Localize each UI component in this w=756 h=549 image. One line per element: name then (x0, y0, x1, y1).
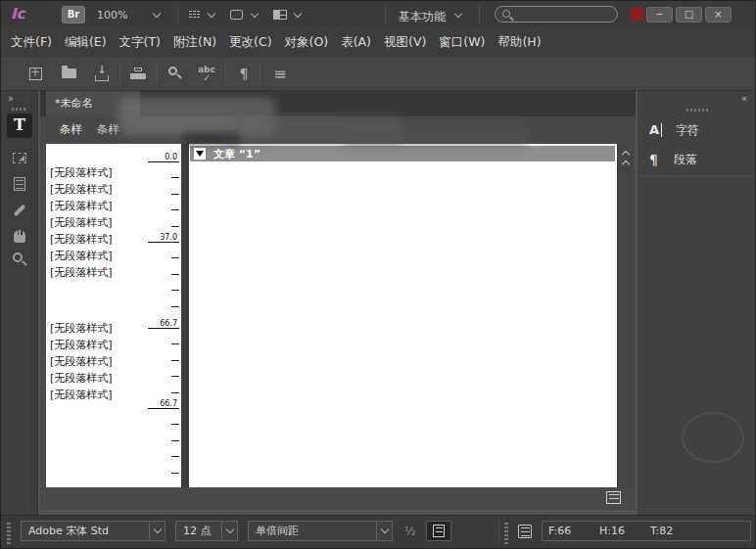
menu-item-8[interactable]: 窗口(W) (439, 34, 485, 51)
paragraph-panel-label: 段落 (674, 152, 697, 168)
paragraph-style-row: [无段落样式] (50, 215, 113, 230)
screen-mode-chevron-icon[interactable] (251, 10, 259, 18)
screen-mode-icon[interactable] (230, 10, 243, 20)
scroll-up-icon[interactable] (622, 151, 630, 159)
divider (385, 5, 386, 24)
zoom-icon (12, 252, 27, 267)
print-icon (130, 68, 146, 80)
search-input[interactable] (495, 6, 618, 23)
view-tab-bar: 条样 条样 (40, 116, 636, 142)
type-tool[interactable]: T (7, 114, 32, 138)
incopy-logo-icon: Ic (11, 5, 24, 23)
save-button[interactable]: ↓ (89, 61, 115, 86)
panel-gripper[interactable] (12, 108, 27, 111)
display-performance-chevron-icon[interactable] (208, 10, 215, 18)
menu-item-1[interactable]: 编辑(E) (65, 34, 107, 51)
galley-marks-button-active[interactable] (426, 521, 451, 541)
leading-chevron-icon[interactable] (376, 522, 392, 540)
ruler-major-tick: 66.7 (148, 408, 179, 409)
story-info-icon[interactable] (606, 491, 621, 504)
paragraph-icon: ¶ (649, 152, 658, 167)
ruler-minor-tick (171, 194, 179, 195)
toolbar-menu-button[interactable]: ≡ (267, 61, 293, 86)
divider (638, 175, 756, 176)
menu-item-4[interactable]: 更改(C) (229, 34, 271, 51)
workspace-chevron-icon[interactable] (454, 10, 462, 18)
line-spacing-icon[interactable]: ½ (404, 525, 416, 538)
character-panel-button[interactable]: A 字符 (638, 116, 756, 144)
statusbar-gripper[interactable] (7, 523, 11, 544)
story-collapse-button[interactable] (194, 148, 206, 160)
arrange-documents-icon[interactable] (273, 10, 287, 20)
zoom-dropdown-chevron-icon[interactable] (153, 10, 161, 18)
count-f: F:66 (548, 522, 571, 540)
menu-item-3[interactable]: 附注(N) (173, 34, 216, 51)
ruler-minor-tick (171, 226, 179, 227)
story-stats-button[interactable] (518, 525, 532, 538)
position-tool[interactable] (5, 146, 34, 169)
divider (479, 5, 480, 24)
save-icon: ↓ (94, 67, 110, 81)
zoom-tool[interactable] (5, 248, 34, 271)
menu-item-2[interactable]: 文字(T) (119, 34, 161, 51)
character-count-box: F:66H:16T:82 (542, 521, 751, 541)
eyedropper-tool[interactable] (5, 199, 34, 222)
story-header[interactable]: 文章 “1” (190, 146, 615, 161)
menu-item-9[interactable]: 帮助(H) (497, 34, 541, 51)
ruler-label: 0.0 (165, 153, 177, 161)
font-family-select[interactable]: Adobe 宋体 Std (21, 521, 165, 541)
ruler-minor-tick (171, 306, 179, 307)
dock-gripper[interactable] (686, 109, 710, 112)
expand-panel-icon[interactable]: » (8, 93, 14, 104)
menu-item-7[interactable]: 视图(V) (384, 34, 426, 51)
view-tab-galley-2[interactable]: 条样 (97, 116, 119, 142)
ruler-minor-tick (171, 424, 179, 425)
menu-bar: 文件(F)编辑(E)文字(T)附注(N)更改(C)对象(O)表(A)视图(V)窗… (1, 28, 756, 57)
paragraph-style-row: [无段落样式] (50, 388, 113, 402)
display-performance-button[interactable] (189, 9, 200, 20)
divider (260, 63, 260, 84)
red-indicator (631, 8, 643, 21)
ruler-minor-tick (171, 274, 179, 275)
font-size-chevron-icon[interactable] (221, 522, 237, 540)
view-tab-galley[interactable]: 条样 (60, 116, 82, 142)
vertical-scrollbar[interactable] (617, 144, 634, 487)
ruler-minor-tick (171, 440, 179, 441)
show-hidden-characters-button[interactable]: ¶ (231, 61, 257, 86)
arrange-documents-chevron-icon[interactable] (294, 10, 302, 18)
story-text-area[interactable]: 文章 “1” (189, 144, 617, 487)
close-button[interactable]: × (705, 7, 732, 23)
document-tab[interactable]: *未命名 (46, 91, 140, 116)
ruler-minor-tick (171, 392, 179, 393)
hand-tool[interactable] (5, 224, 34, 248)
paragraph-style-row: [无段落样式] (50, 321, 113, 336)
print-button[interactable] (125, 61, 151, 86)
scroll-up-icon-2[interactable] (622, 160, 630, 168)
font-size-select[interactable]: 12 点 (175, 521, 238, 541)
find-button[interactable] (163, 61, 188, 86)
story-title: 文章 “1” (213, 147, 260, 161)
count-t: T:82 (650, 522, 673, 540)
bridge-button[interactable]: Br (62, 6, 85, 23)
statusbar-gripper-2[interactable] (504, 523, 508, 544)
note-tool[interactable] (5, 172, 34, 196)
font-family-chevron-icon[interactable] (149, 522, 165, 540)
maximize-button[interactable]: □ (676, 7, 702, 23)
workspace-switcher[interactable]: 基本功能 (399, 9, 446, 25)
leading-select[interactable]: 单倍间距 (248, 521, 393, 541)
menu-item-6[interactable]: 表(A) (341, 34, 371, 51)
new-document-button[interactable]: + (23, 61, 48, 86)
menu-item-0[interactable]: 文件(F) (11, 34, 52, 51)
menu-item-5[interactable]: 对象(O) (285, 34, 329, 51)
paragraph-panel-button[interactable]: ¶ 段落 (638, 146, 756, 173)
count-h: H:16 (599, 522, 625, 540)
collapse-panels-icon[interactable]: « (741, 93, 747, 104)
document-lines-icon (518, 525, 532, 538)
display-performance-icon (189, 11, 200, 18)
minimize-button[interactable]: − (646, 7, 673, 23)
spell-check-button[interactable]: abc✓ (194, 61, 219, 86)
paragraph-style-row: [无段落样式] (50, 182, 113, 197)
galley-marks-icon (433, 525, 445, 537)
status-bar: Adobe 宋体 Std 12 点 单倍间距 ½ F:66H:16T:82 (1, 515, 756, 549)
open-button[interactable] (56, 61, 81, 86)
